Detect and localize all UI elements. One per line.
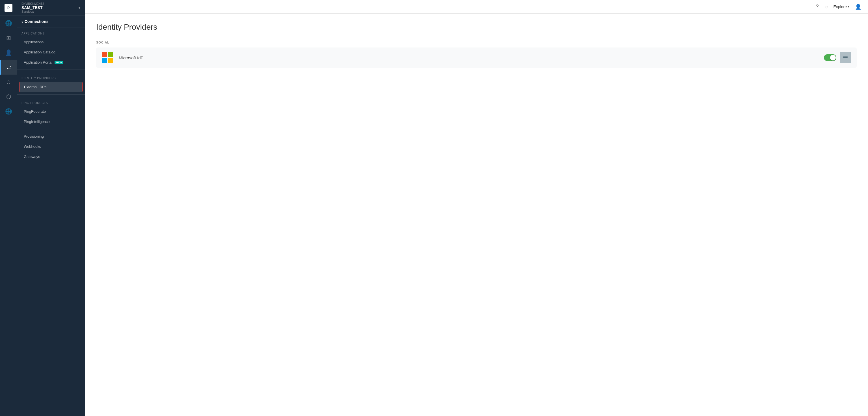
rail-connections-icon[interactable]: ⇌: [0, 60, 17, 74]
ms-red-square: [102, 52, 107, 57]
rail-home-icon[interactable]: 🌐: [0, 16, 17, 31]
sidebar-item-provisioning[interactable]: Provisioning: [19, 131, 83, 141]
sidebar-divider-2: [17, 94, 85, 95]
environment-sub: Sandbox: [22, 10, 44, 13]
rail-users-icon[interactable]: 👤: [0, 45, 17, 60]
ping-products-section-title: PING PRODUCTS: [17, 97, 85, 106]
sidebar-divider-1: [17, 69, 85, 70]
logo: P: [0, 0, 17, 16]
ms-blue-square: [102, 58, 107, 63]
sidebar-item-application-portal[interactable]: Application Portal NEW: [19, 57, 83, 67]
environment-label: Environments: [22, 2, 44, 5]
microsoft-menu-button[interactable]: [840, 52, 851, 63]
menu-lines-icon: [843, 56, 848, 59]
history-icon: ⊙: [825, 4, 828, 9]
sidebar-item-webhooks[interactable]: Webhooks: [19, 141, 83, 152]
environment-name: SAM_TEST: [22, 5, 44, 10]
explore-chevron-icon: ▾: [848, 5, 849, 8]
microsoft-logo: [102, 52, 113, 63]
help-icon[interactable]: ?: [816, 4, 819, 10]
new-badge: NEW: [55, 61, 63, 64]
sidebar-item-application-catalog[interactable]: Application Catalog: [19, 47, 83, 57]
ms-yellow-square: [108, 58, 113, 63]
rail-dashboard-icon[interactable]: ⊞: [0, 31, 17, 45]
provider-row-microsoft: Microsoft IdP: [96, 47, 857, 68]
rail-experience-icon[interactable]: ☺: [0, 74, 17, 89]
sidebar-item-pingintelligence[interactable]: PingIntelligence: [19, 117, 83, 127]
menu-line-3: [843, 59, 848, 59]
microsoft-toggle[interactable]: [824, 54, 836, 61]
sidebar-item-external-idps[interactable]: External IDPs: [19, 82, 83, 92]
rail-integrations-icon[interactable]: 🌐: [0, 104, 17, 119]
page-title: Identity Providers: [96, 23, 857, 32]
social-section-label: SOCIAL: [96, 41, 857, 44]
explore-button[interactable]: Explore ▾: [834, 4, 849, 9]
application-portal-label: Application Portal: [24, 60, 52, 64]
logo-mark: P: [4, 4, 12, 12]
sidebar: Environments SAM_TEST Sandbox ▾ ‹ Connec…: [17, 0, 85, 416]
applications-section-title: APPLICATIONS: [17, 27, 85, 37]
microsoft-toggle-wrap: [824, 54, 836, 61]
menu-line-2: [843, 57, 848, 58]
sidebar-back-button[interactable]: ‹ Connections: [17, 16, 85, 27]
sidebar-item-gateways[interactable]: Gateways: [19, 152, 83, 162]
identity-providers-section-title: IDENTITY PROVIDERS: [17, 72, 85, 82]
user-icon[interactable]: 👤: [855, 4, 861, 10]
menu-line-1: [843, 56, 848, 57]
back-arrow-icon: ‹: [22, 19, 23, 24]
provider-name-microsoft: Microsoft IdP: [119, 55, 824, 60]
sidebar-item-applications[interactable]: Applications: [19, 37, 83, 47]
main-content: Identity Providers SOCIAL Microsoft IdP: [85, 0, 868, 416]
toggle-knob: [830, 55, 836, 61]
explore-label: Explore: [834, 4, 847, 9]
sidebar-item-pingfederate[interactable]: PingFederate: [19, 106, 83, 117]
sidebar-environment-header[interactable]: Environments SAM_TEST Sandbox ▾: [17, 0, 85, 16]
ms-green-square: [108, 52, 113, 57]
rail-security-icon[interactable]: ⬡: [0, 89, 17, 104]
icon-rail: P 🌐 ⊞ 👤 ⇌ ☺ ⬡ 🌐: [0, 0, 17, 416]
sidebar-back-label: Connections: [25, 19, 49, 24]
environment-chevron-icon: ▾: [79, 6, 80, 10]
top-bar: ? ⊙ Explore ▾ 👤: [0, 0, 868, 13]
